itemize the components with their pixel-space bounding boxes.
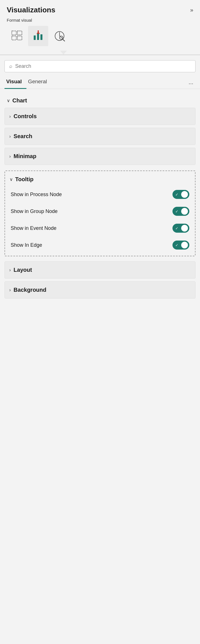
chart-section-header[interactable]: ∨ Chart — [4, 93, 196, 108]
search-chevron-right-icon: › — [9, 134, 11, 139]
show-group-node-toggle[interactable]: ✓ — [172, 207, 189, 216]
show-process-node-toggle[interactable]: ✓ — [172, 190, 189, 199]
minimap-chevron-right-icon: › — [9, 154, 11, 159]
chart-chevron-down-icon: ∨ — [7, 98, 10, 103]
minimap-card: › Minimap — [4, 148, 196, 165]
visualizations-panel: Visualizations » Format visual — [0, 0, 200, 644]
svg-rect-8 — [38, 30, 39, 32]
tooltip-section-header[interactable]: ∨ Tooltip — [5, 171, 195, 186]
layout-chevron-right-icon: › — [9, 268, 11, 273]
minimap-card-header[interactable]: › Minimap — [5, 148, 195, 165]
search-box: ⌕ — [4, 60, 196, 72]
search-input[interactable] — [15, 63, 191, 69]
format-view-button[interactable] — [28, 26, 48, 46]
svg-rect-3 — [17, 36, 22, 40]
minimap-card-title: Minimap — [13, 153, 36, 160]
toggle-slider: ✓ — [172, 241, 189, 250]
svg-line-10 — [62, 39, 65, 41]
svg-rect-4 — [34, 35, 36, 40]
toggle-slider: ✓ — [172, 224, 189, 233]
svg-rect-0 — [12, 31, 16, 35]
bottom-cards: › Layout › Background — [0, 259, 200, 301]
show-group-node-row: Show in Group Node ✓ — [5, 203, 195, 220]
show-process-node-row: Show in Process Node ✓ — [5, 186, 195, 203]
tooltip-chevron-down-icon: ∨ — [10, 177, 13, 182]
show-edge-toggle[interactable]: ✓ — [172, 241, 189, 250]
format-visual-label: Format visual — [0, 17, 200, 26]
collapse-panel-icon[interactable]: » — [190, 7, 193, 13]
svg-rect-1 — [17, 31, 22, 35]
grid-icon — [11, 30, 23, 42]
controls-card: › Controls — [4, 108, 196, 125]
background-card: › Background — [4, 281, 196, 299]
tab-general[interactable]: General — [26, 76, 52, 89]
layout-card-header[interactable]: › Layout — [5, 262, 195, 278]
tab-visual[interactable]: Visual — [4, 76, 26, 89]
show-group-node-label: Show in Group Node — [11, 208, 58, 214]
tooltip-section-title: Tooltip — [15, 176, 33, 183]
show-event-node-label: Show in Event Node — [11, 225, 56, 231]
layout-card-title: Layout — [13, 267, 32, 273]
search-icon: ⌕ — [9, 63, 12, 69]
show-edge-label: Show In Edge — [11, 242, 42, 248]
controls-chevron-right-icon: › — [9, 114, 11, 119]
toggle-slider: ✓ — [172, 207, 189, 216]
show-event-node-row: Show in Event Node ✓ — [5, 220, 195, 237]
search-card-title: Search — [13, 133, 32, 140]
analytics-view-button[interactable] — [49, 26, 70, 46]
background-chevron-right-icon: › — [9, 288, 11, 293]
panel-header: Visualizations » — [0, 0, 200, 17]
chart-section: ∨ Chart › Controls › Search › Minimap — [0, 91, 200, 168]
analytics-icon — [53, 30, 66, 42]
panel-title: Visualizations — [7, 6, 55, 14]
background-card-header[interactable]: › Background — [5, 282, 195, 298]
grid-view-button[interactable] — [7, 26, 27, 46]
show-event-node-toggle[interactable]: ✓ — [172, 224, 189, 233]
background-card-title: Background — [13, 287, 46, 293]
toolbar — [0, 26, 200, 51]
svg-rect-2 — [12, 36, 16, 40]
svg-rect-6 — [40, 34, 42, 40]
show-process-node-label: Show in Process Node — [11, 192, 62, 198]
layout-card: › Layout — [4, 261, 196, 279]
search-container: ⌕ — [0, 55, 200, 76]
tabs-row: Visual General ... — [0, 76, 200, 89]
format-icon — [32, 30, 44, 42]
search-card-header[interactable]: › Search — [5, 128, 195, 145]
svg-rect-5 — [37, 33, 39, 40]
chart-section-title: Chart — [12, 97, 27, 104]
tabs-more-button[interactable]: ... — [186, 77, 196, 88]
tooltip-section: ∨ Tooltip Show in Process Node ✓ Show in… — [4, 170, 196, 256]
toggle-slider: ✓ — [172, 190, 189, 199]
search-section-card: › Search — [4, 128, 196, 145]
active-tab-indicator — [0, 51, 163, 55]
controls-card-header[interactable]: › Controls — [5, 108, 195, 125]
show-edge-row: Show In Edge ✓ — [5, 237, 195, 253]
controls-card-title: Controls — [13, 113, 37, 120]
